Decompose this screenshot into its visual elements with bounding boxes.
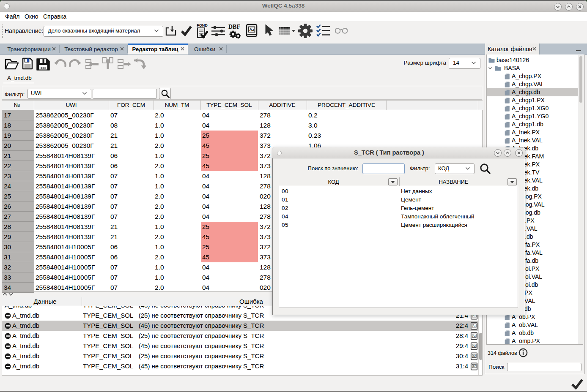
svg-text:Az: Az: [249, 27, 254, 32]
svg-text:FOND: FOND: [197, 23, 208, 27]
svg-text:Az: Az: [473, 324, 476, 327]
svg-text:Az: Az: [473, 354, 476, 357]
svg-text:Az: Az: [473, 334, 476, 337]
svg-text:Az: Az: [473, 344, 476, 347]
svg-text:DBF: DBF: [228, 24, 240, 30]
svg-text:Az: Az: [473, 365, 476, 368]
